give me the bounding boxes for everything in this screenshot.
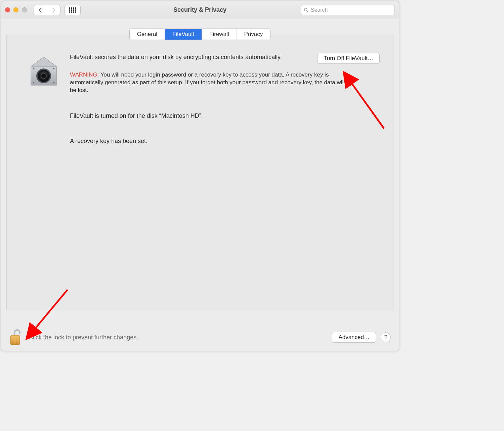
footer: Click the lock to prevent further change… (1, 324, 399, 351)
close-window-button[interactable] (5, 7, 10, 12)
show-all-button[interactable] (65, 5, 81, 15)
recovery-line: A recovery key has been set. (70, 138, 380, 145)
content-row: FileVault secures the data on your disk … (20, 53, 380, 145)
search-input[interactable] (311, 7, 392, 13)
nav-buttons (34, 5, 60, 15)
tab-row: General FileVault Firewall Privacy (1, 29, 399, 40)
zoom-window-button[interactable] (22, 7, 27, 12)
forward-button[interactable] (47, 5, 60, 15)
text-column: FileVault secures the data on your disk … (70, 53, 380, 145)
minimize-window-button[interactable] (13, 7, 18, 12)
traffic-lights (5, 7, 27, 12)
content-panel: FileVault secures the data on your disk … (6, 34, 393, 311)
status-line: FileVault is turned on for the disk “Mac… (70, 112, 380, 119)
segmented-tabs: General FileVault Firewall Privacy (129, 29, 271, 40)
unlocked-lock-icon (9, 329, 23, 346)
search-field[interactable] (301, 5, 395, 15)
svg-point-4 (33, 82, 35, 84)
help-button[interactable]: ? (381, 332, 391, 342)
tab-filevault[interactable]: FileVault (165, 29, 202, 40)
preferences-window: Security & Privacy General FileVault Fir… (1, 1, 399, 351)
tab-firewall[interactable]: Firewall (202, 29, 237, 40)
chevron-right-icon (52, 7, 56, 13)
filevault-icon (27, 55, 60, 89)
tab-privacy[interactable]: Privacy (237, 29, 270, 40)
svg-line-1 (307, 10, 308, 12)
search-icon (304, 7, 309, 13)
titlebar: Security & Privacy (1, 1, 399, 19)
window-title: Security & Privacy (173, 6, 226, 13)
svg-point-3 (53, 68, 55, 69)
footer-right: Advanced… ? (332, 332, 391, 343)
svg-point-2 (33, 68, 35, 69)
warning-text: You will need your login password or a r… (70, 71, 345, 93)
grid-icon (69, 7, 76, 13)
tab-general[interactable]: General (130, 29, 165, 40)
turn-off-filevault-button[interactable]: Turn Off FileVault… (317, 53, 380, 64)
svg-point-5 (53, 82, 55, 84)
lock-button[interactable]: Click the lock to prevent further change… (9, 329, 138, 346)
warning-label: WARNING: (70, 71, 99, 78)
filevault-description: FileVault secures the data on your disk … (70, 53, 310, 61)
warning-block: WARNING: You will need your login passwo… (70, 71, 345, 94)
back-button[interactable] (34, 5, 47, 15)
description-row: FileVault secures the data on your disk … (70, 53, 380, 64)
advanced-button[interactable]: Advanced… (332, 332, 376, 343)
svg-point-8 (41, 73, 46, 79)
chevron-left-icon (38, 7, 42, 13)
lock-text: Click the lock to prevent further change… (29, 334, 138, 341)
